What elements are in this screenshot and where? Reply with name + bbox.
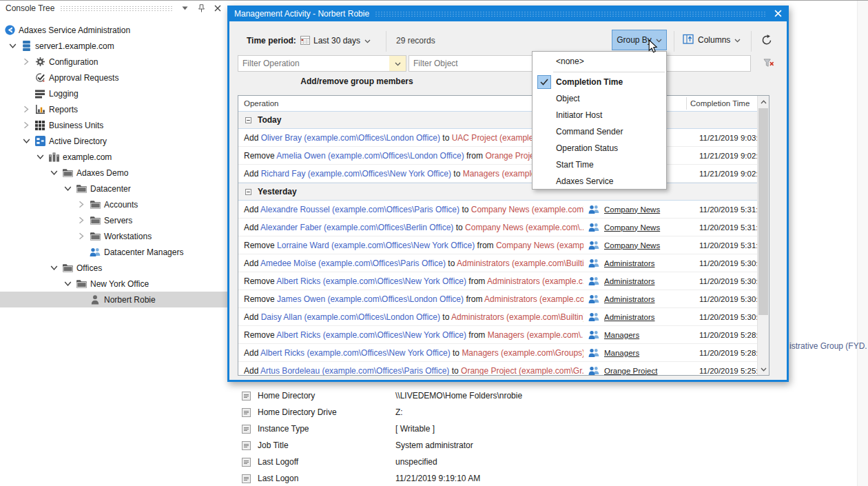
chevron-expanded-icon[interactable] [6, 43, 19, 49]
tree-item-datacenter[interactable]: Datacenter [0, 181, 227, 196]
filter-operation-dropdown-button[interactable] [389, 55, 406, 72]
chevron-expanded-icon[interactable] [19, 138, 33, 144]
property-row-last-logon[interactable]: Last Logon11/21/2019 9:19:10 AM [237, 470, 788, 486]
table-row[interactable]: Add Alexandre Roussel (example.com\Offic… [238, 201, 757, 219]
group-by-button[interactable]: Group By [612, 30, 667, 50]
tree-item-example-com[interactable]: example.com [0, 149, 227, 165]
table-row[interactable]: Add Richard Fay (example.com\Offices\New… [238, 165, 757, 183]
chevron-collapsed-icon[interactable] [19, 105, 33, 113]
property-value: Z: [395, 407, 403, 417]
object-link[interactable]: Managers [604, 331, 639, 339]
tree-item-adaxes-service-administration[interactable]: Adaxes Service Administration [0, 22, 227, 38]
chevron-collapsed-icon[interactable] [19, 58, 33, 65]
object-link[interactable]: Administrators [604, 295, 655, 303]
object-link[interactable]: Company News [604, 205, 660, 214]
tree-item-approval-requests[interactable]: Approval Requests [0, 70, 227, 85]
tree-item-new-york-office[interactable]: New York Office [0, 276, 227, 292]
menu-item-operation-status[interactable]: Operation Status [533, 140, 666, 156]
op-segment: Company News (example.com\... [465, 223, 583, 232]
scrollbar-thumb[interactable] [758, 108, 768, 315]
property-row-home-directory[interactable]: Home Directory\\LIVEDEMO\Home Folders\nr… [237, 387, 788, 404]
table-row[interactable]: Remove Albert Ricks (example.com\Offices… [238, 326, 757, 344]
tree-item-servers[interactable]: Servers [0, 212, 227, 228]
object-link[interactable]: Administrators [604, 313, 655, 321]
chevron-expanded-icon[interactable] [47, 170, 61, 176]
tree-item-workstations[interactable]: Workstations [0, 228, 227, 244]
menu-item-object[interactable]: Object [533, 90, 666, 107]
object-link[interactable]: Company News [604, 223, 660, 232]
tree-item-configuration[interactable]: Configuration [0, 54, 227, 70]
tree-item-reports[interactable]: Reports [0, 101, 227, 117]
table-row[interactable]: Add Albert Ricks (example.com\Offices\Ne… [238, 344, 757, 362]
property-row-home-directory-drive[interactable]: Home Directory DriveZ: [237, 404, 788, 421]
menu-item-start-time[interactable]: Start Time [533, 156, 666, 173]
panel-drag-texture [60, 6, 174, 12]
table-row[interactable]: Add Alexander Faber (example.com\Offices… [238, 219, 757, 236]
table-row[interactable]: Remove Albert Ricks (example.com\Offices… [238, 272, 757, 290]
filter-operation-dropdown-item[interactable]: Add/remove group members [271, 77, 443, 86]
column-header-completion-time[interactable]: Completion Time [690, 96, 756, 111]
tree-item-norbert-robie[interactable]: Norbert Robie [0, 292, 227, 307]
caret-down-icon[interactable] [179, 3, 190, 14]
group-row-today[interactable]: Today [238, 111, 757, 129]
object-link[interactable]: Managers [604, 349, 639, 357]
chevron-expanded-icon[interactable] [61, 281, 74, 287]
op-segment: from [464, 151, 486, 161]
table-row[interactable]: Add Daisy Allan (example.com\Offices\Lon… [238, 308, 757, 326]
table-row[interactable]: Remove Amelia Owen (example.com\Offices\… [238, 147, 757, 165]
table-row[interactable]: Add Oliver Bray (example.com\Offices\Lon… [238, 129, 757, 147]
op-segment: Lorraine Ward (example.com\Offices\New Y… [277, 241, 475, 250]
object-link[interactable]: Administrators [604, 277, 655, 285]
tree-item-active-directory[interactable]: Active Directory [0, 133, 227, 149]
property-value: \\LIVEDEMO\Home Folders\nrobie [395, 391, 522, 401]
pin-icon[interactable] [196, 3, 207, 14]
chevron-collapsed-icon[interactable] [74, 201, 88, 208]
tree-item-datacenter-managers[interactable]: Datacenter Managers [0, 244, 227, 260]
tree-item-adaxes-demo[interactable]: Adaxes Demo [0, 165, 227, 181]
columns-button[interactable]: Columns [683, 30, 741, 50]
table-row[interactable]: Remove James Owen (example.com\Offices\L… [238, 290, 757, 308]
chevron-expanded-icon[interactable] [33, 154, 47, 160]
scroll-up-icon[interactable] [758, 96, 769, 108]
menu-item-initiator-host[interactable]: Initiator Host [533, 107, 666, 123]
property-label: Last Logon [258, 474, 395, 483]
chevron-collapsed-icon[interactable] [19, 121, 33, 129]
clear-filter-icon[interactable] [763, 58, 774, 69]
column-header-operation[interactable]: Operation [244, 96, 575, 111]
chevron-collapsed-icon[interactable] [74, 216, 88, 224]
dialog-title-bar[interactable]: Management Activity - Norbert Robie [227, 6, 789, 21]
close-icon[interactable] [212, 3, 223, 14]
chevron-collapsed-icon[interactable] [74, 232, 88, 240]
property-row-instance-type[interactable]: Instance Type[ Writable ] [237, 421, 788, 437]
vertical-scrollbar[interactable] [757, 96, 769, 375]
filter-operation-input[interactable] [238, 55, 390, 72]
object-link[interactable]: Administrators [604, 259, 655, 267]
object-link[interactable]: Orange Project [604, 367, 657, 375]
property-row-last-logoff[interactable]: Last Logoffunspecified [237, 454, 788, 470]
group-row-yesterday[interactable]: Yesterday [238, 183, 757, 201]
tree-item-offices[interactable]: Offices [0, 260, 227, 276]
table-row[interactable]: Add Amedee Moïse (example.com\Offices\Pa… [238, 254, 757, 272]
menu-item-command-sender[interactable]: Command Sender [533, 123, 666, 140]
object-link[interactable]: Company News [604, 241, 660, 250]
menu-item-adaxes-service[interactable]: Adaxes Service [533, 173, 666, 190]
tree-item-business-units[interactable]: Business Units [0, 117, 227, 133]
op-segment: Add [244, 223, 260, 232]
table-row[interactable]: Remove Lorraine Ward (example.com\Office… [238, 236, 757, 254]
time-period-dropdown[interactable]: Last 30 days [313, 36, 371, 45]
tree-item-logging[interactable]: Logging [0, 85, 227, 101]
chevron-expanded-icon[interactable] [61, 185, 74, 192]
refresh-icon[interactable] [761, 34, 772, 45]
table-row[interactable]: Add Artus Bordeleau (example.com\Offices… [238, 362, 757, 376]
chevron-expanded-icon[interactable] [47, 265, 61, 271]
tree-item-server1-example-com[interactable]: server1.example.com [0, 38, 227, 54]
operation-cell: Remove Albert Ricks (example.com\Offices… [238, 276, 583, 286]
tree-item-accounts[interactable]: Accounts [0, 196, 227, 212]
op-segment: Albert Ricks (example.com\Offices\New Yo… [276, 276, 466, 286]
menu-item-completion-time[interactable]: Completion Time [533, 74, 666, 90]
scroll-down-icon[interactable] [758, 363, 769, 375]
property-row-job-title[interactable]: Job TitleSystem administrator [237, 437, 788, 454]
op-segment: Remove [244, 151, 276, 161]
menu-item-none[interactable]: <none> [533, 53, 666, 70]
close-icon[interactable] [772, 8, 783, 19]
